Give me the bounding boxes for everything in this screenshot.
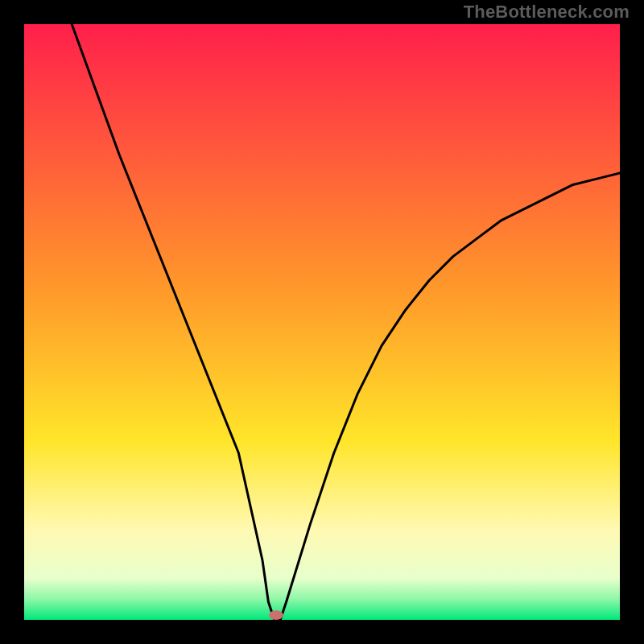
gradient-background [24, 24, 620, 620]
plot-area [24, 24, 620, 620]
optimal-point-marker [269, 610, 283, 620]
watermark-text: TheBottleneck.com [464, 2, 630, 23]
chart-frame: TheBottleneck.com [0, 0, 644, 644]
bottleneck-chart-svg [24, 24, 620, 620]
